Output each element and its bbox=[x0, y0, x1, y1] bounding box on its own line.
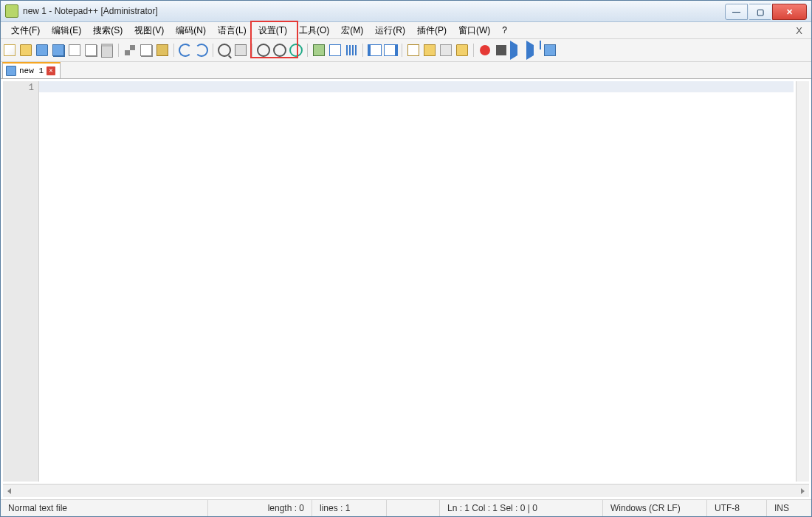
copy-button[interactable] bbox=[139, 43, 154, 58]
close-window-button[interactable]: ✕ bbox=[772, 4, 807, 20]
horizontal-scrollbar[interactable] bbox=[3, 484, 809, 497]
menubar: 文件(F) 编辑(E) 搜索(S) 视图(V) 编码(N) 语言(L) 设置(T… bbox=[1, 22, 811, 39]
window-title: new 1 - Notepad++ [Administrator] bbox=[23, 6, 725, 16]
word-wrap-icon bbox=[313, 44, 325, 56]
app-icon bbox=[5, 4, 18, 18]
undo-icon bbox=[179, 44, 192, 57]
scroll-track[interactable] bbox=[16, 485, 796, 497]
lang-user-button[interactable] bbox=[367, 43, 382, 58]
replace-icon bbox=[235, 44, 247, 56]
status-lines: lines : 1 bbox=[312, 500, 386, 516]
open-file-icon bbox=[20, 44, 32, 56]
toolbar-separator bbox=[307, 44, 308, 57]
save-file-icon bbox=[36, 44, 48, 56]
save-macro-icon bbox=[544, 44, 556, 56]
stop-macro-button[interactable] bbox=[494, 43, 509, 58]
toolbar-separator bbox=[118, 44, 119, 57]
func-list-icon bbox=[424, 44, 436, 56]
all-chars-button[interactable] bbox=[328, 43, 343, 58]
sync-v-icon bbox=[289, 44, 303, 57]
zoom-out-icon bbox=[273, 44, 286, 57]
close-file-button[interactable] bbox=[67, 43, 82, 58]
record-macro-button[interactable] bbox=[478, 43, 492, 58]
save-all-button[interactable] bbox=[51, 43, 66, 58]
close-icon: ✕ bbox=[786, 7, 793, 17]
tabbar: new 1 ✕ bbox=[1, 62, 811, 79]
open-file-button[interactable] bbox=[18, 43, 33, 58]
menu-macro[interactable]: 宏(M) bbox=[335, 23, 369, 38]
toolbar-separator bbox=[362, 44, 363, 57]
tab-close-button[interactable]: ✕ bbox=[47, 66, 55, 75]
save-icon bbox=[6, 66, 16, 76]
play-multi-icon bbox=[526, 41, 541, 60]
zoom-out-button[interactable] bbox=[272, 43, 287, 58]
menu-search[interactable]: 搜索(S) bbox=[87, 23, 128, 38]
doc-map-button[interactable] bbox=[383, 43, 398, 58]
zoom-in-icon bbox=[257, 44, 270, 57]
toolbar-separator bbox=[473, 44, 474, 57]
doc-list-button[interactable] bbox=[406, 43, 421, 58]
monitor-button[interactable] bbox=[455, 43, 469, 58]
menu-edit[interactable]: 编辑(E) bbox=[46, 23, 87, 38]
save-file-button[interactable] bbox=[35, 43, 49, 58]
menu-file[interactable]: 文件(F) bbox=[5, 23, 46, 38]
play-macro-button[interactable] bbox=[510, 43, 525, 58]
menu-window[interactable]: 窗口(W) bbox=[453, 23, 496, 38]
minimize-button[interactable]: ― bbox=[725, 4, 748, 20]
status-eol: Windows (CR LF) bbox=[603, 500, 707, 516]
menu-run[interactable]: 运行(R) bbox=[369, 23, 411, 38]
status-insert-mode: INS bbox=[767, 500, 811, 516]
menu-settings[interactable]: 设置(T) bbox=[252, 23, 293, 38]
menubar-close-button[interactable]: X bbox=[791, 25, 807, 36]
status-filetype: Normal text file bbox=[1, 500, 208, 516]
stop-macro-icon bbox=[496, 45, 506, 55]
replace-button[interactable] bbox=[233, 43, 248, 58]
func-list-button[interactable] bbox=[422, 43, 437, 58]
doc-list-icon bbox=[407, 44, 419, 56]
record-macro-icon bbox=[480, 45, 490, 55]
toolbar-separator bbox=[252, 44, 252, 57]
app-window: new 1 - Notepad++ [Administrator] ― ▢ ✕ … bbox=[0, 0, 812, 517]
toolbar bbox=[1, 39, 811, 62]
print-button[interactable] bbox=[100, 43, 114, 58]
folder-panel-icon bbox=[440, 44, 452, 56]
maximize-button[interactable]: ▢ bbox=[749, 4, 771, 20]
tab-label: new 1 bbox=[19, 66, 44, 75]
status-length: length : 0 bbox=[208, 500, 312, 516]
menu-tools[interactable]: 工具(O) bbox=[293, 23, 335, 38]
menu-plugins[interactable]: 插件(P) bbox=[411, 23, 453, 38]
copy-icon bbox=[140, 44, 152, 56]
cut-button[interactable] bbox=[123, 43, 137, 58]
chevron-right-icon bbox=[801, 488, 805, 494]
text-editor[interactable] bbox=[39, 81, 794, 482]
paste-button[interactable] bbox=[155, 43, 170, 58]
chevron-left-icon bbox=[7, 488, 11, 494]
all-chars-icon bbox=[329, 44, 341, 56]
close-all-button[interactable] bbox=[83, 43, 98, 58]
menu-help[interactable]: ? bbox=[496, 24, 513, 37]
sync-v-button[interactable] bbox=[289, 43, 303, 58]
monitor-icon bbox=[456, 44, 468, 56]
print-icon bbox=[101, 44, 113, 58]
folder-panel-button[interactable] bbox=[438, 43, 453, 58]
indent-guide-button[interactable] bbox=[344, 43, 359, 58]
redo-button[interactable] bbox=[194, 43, 209, 58]
paste-icon bbox=[156, 44, 168, 56]
play-multi-button[interactable] bbox=[526, 43, 541, 58]
scroll-right-button[interactable] bbox=[796, 485, 809, 497]
save-all-icon bbox=[52, 44, 64, 56]
close-file-icon bbox=[69, 44, 80, 56]
save-macro-button[interactable] bbox=[543, 43, 557, 58]
new-file-button[interactable] bbox=[2, 43, 17, 58]
undo-button[interactable] bbox=[178, 43, 193, 58]
scroll-left-button[interactable] bbox=[3, 485, 16, 497]
word-wrap-button[interactable] bbox=[312, 43, 326, 58]
vertical-scrollbar[interactable] bbox=[796, 81, 809, 482]
find-button[interactable] bbox=[217, 43, 232, 58]
menu-language[interactable]: 语言(L) bbox=[212, 23, 252, 38]
menu-encoding[interactable]: 编码(N) bbox=[170, 23, 212, 38]
tab-new-1[interactable]: new 1 ✕ bbox=[2, 62, 61, 78]
redo-icon bbox=[195, 44, 208, 57]
zoom-in-button[interactable] bbox=[256, 43, 271, 58]
menu-view[interactable]: 视图(V) bbox=[128, 23, 170, 38]
